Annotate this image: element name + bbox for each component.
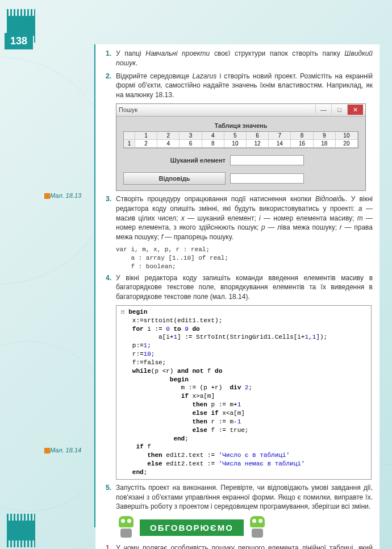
banner-title: ОБГОВОРЮЄМО bbox=[140, 519, 244, 536]
item-number: 3. bbox=[102, 194, 116, 242]
minimize-icon[interactable]: — bbox=[315, 105, 331, 115]
item-text: У папці Навчальні проекти своєї структур… bbox=[116, 49, 373, 68]
code-editor-screenshot: ⊟ begin x:=srttoint(edit1.text); for i :… bbox=[116, 305, 372, 480]
answer-button[interactable]: Відповідь bbox=[123, 172, 226, 185]
page-decoration-chip-bottom bbox=[7, 521, 35, 540]
question-text: У чому полягає особливість пошуку першог… bbox=[116, 543, 373, 549]
item-number: 4. bbox=[102, 273, 116, 302]
question-number: 1. bbox=[102, 543, 116, 549]
window-titlebar: Пошук — □ ✕ bbox=[116, 104, 365, 117]
figure-marker-2 bbox=[44, 448, 50, 454]
page-number: 138 bbox=[5, 33, 33, 49]
page-content: 1. У папці Навчальні проекти своєї струк… bbox=[95, 44, 380, 549]
list-item: 5. Запустіть проект на виконання. Переві… bbox=[102, 483, 373, 511]
item-number: 5. bbox=[102, 483, 116, 511]
item-number: 2. bbox=[102, 72, 116, 100]
item-text: У вікні редактора коду запишіть команди … bbox=[116, 273, 373, 302]
list-item: 4. У вікні редактора коду запишіть коман… bbox=[102, 273, 373, 302]
window-title: Пошук bbox=[119, 106, 137, 113]
item-number: 1. bbox=[102, 49, 116, 68]
search-input[interactable] bbox=[230, 155, 304, 165]
list-item: 2. Відкрийте середовище Lazarus і створі… bbox=[102, 72, 373, 100]
code-declarations: var i, m, x, p, r : real; a : array [1..… bbox=[116, 246, 373, 271]
maximize-icon[interactable]: □ bbox=[331, 105, 347, 115]
figure-marker-1 bbox=[44, 193, 50, 199]
discussion-question: 1. У чому полягає особливість пошуку пер… bbox=[102, 543, 373, 549]
answer-output[interactable] bbox=[230, 173, 304, 184]
close-icon[interactable]: ✕ bbox=[347, 105, 363, 115]
search-label: Шуканий елемент bbox=[123, 157, 226, 164]
robot-icon bbox=[247, 516, 268, 539]
item-text: Відкрийте середовище Lazarus і створіть … bbox=[116, 72, 373, 100]
figure-label-1: Мал. 18.13 bbox=[50, 192, 81, 199]
table-label: Таблиця значень bbox=[123, 122, 358, 129]
robot-icon bbox=[116, 516, 136, 539]
figure-label-2: Мал. 18.14 bbox=[50, 447, 81, 454]
list-item: 3. Створіть процедуру опрацювання події … bbox=[102, 194, 373, 242]
discuss-banner: ОБГОВОРЮЄМО bbox=[116, 516, 373, 539]
item-text: Створіть процедуру опрацювання події нат… bbox=[116, 194, 373, 242]
lazarus-form-screenshot: Пошук — □ ✕ Таблиця значень 12345678910 … bbox=[116, 103, 366, 191]
list-item: 1. У папці Навчальні проекти своєї струк… bbox=[102, 49, 373, 68]
item-text: Запустіть проект на виконання. Перевірте… bbox=[116, 483, 373, 511]
string-grid[interactable]: 12345678910 1 2468101214161820 bbox=[123, 131, 358, 148]
